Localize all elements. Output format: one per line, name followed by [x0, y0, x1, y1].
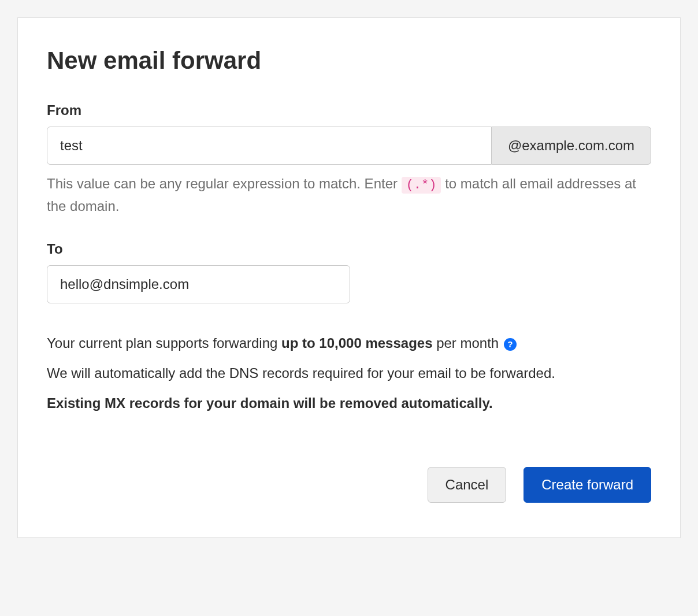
plan-suffix: per month [432, 335, 502, 351]
info-block: Your current plan supports forwarding up… [47, 332, 651, 415]
plan-bold: up to 10,000 messages [281, 335, 432, 351]
help-icon[interactable]: ? [504, 338, 517, 351]
create-forward-button[interactable]: Create forward [524, 467, 651, 503]
to-input[interactable] [47, 265, 350, 303]
from-help-text: This value can be any regular expression… [47, 173, 651, 218]
from-label: From [47, 102, 651, 118]
to-label: To [47, 241, 651, 257]
button-row: Cancel Create forward [47, 467, 651, 503]
from-input[interactable] [47, 127, 492, 165]
mx-bold: Existing MX records for your domain will… [47, 395, 493, 411]
to-group: To [47, 241, 651, 303]
mx-info: Existing MX records for your domain will… [47, 392, 651, 414]
page-title: New email forward [47, 47, 651, 75]
dns-info: We will automatically add the DNS record… [47, 362, 651, 384]
cancel-button[interactable]: Cancel [428, 467, 507, 503]
plan-info: Your current plan supports forwarding up… [47, 332, 651, 354]
from-input-group: @example.com.com [47, 127, 651, 165]
from-domain-suffix: @example.com.com [492, 127, 651, 165]
from-help-code: (.*) [402, 177, 441, 194]
email-forward-card: New email forward From @example.com.com … [17, 17, 681, 538]
from-group: From @example.com.com This value can be … [47, 102, 651, 218]
plan-prefix: Your current plan supports forwarding [47, 335, 281, 351]
from-help-prefix: This value can be any regular expression… [47, 176, 402, 191]
